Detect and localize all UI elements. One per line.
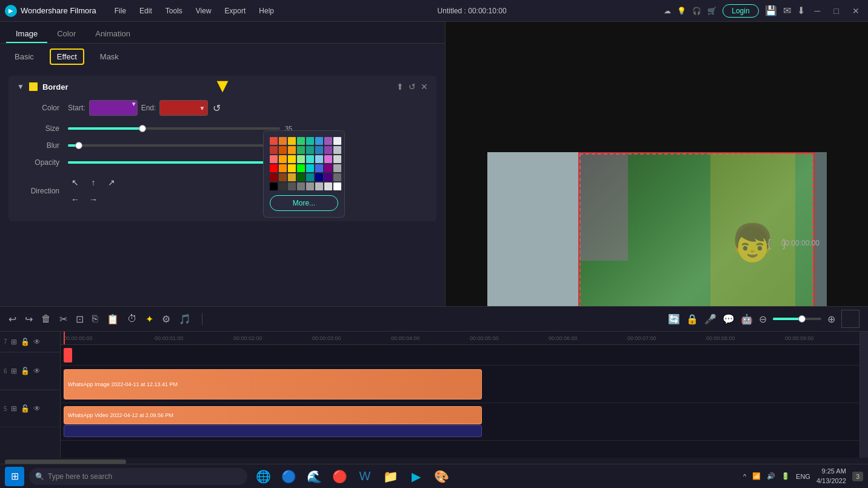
menu-edit[interactable]: Edit (133, 4, 158, 18)
color-cell[interactable] (333, 155, 341, 163)
undo-btn[interactable]: ↩ (8, 313, 16, 325)
opacity-slider[interactable] (68, 161, 280, 164)
color-cell[interactable] (297, 173, 305, 181)
color-cell[interactable] (315, 155, 323, 163)
close-ctrl[interactable]: ✕ (421, 82, 428, 92)
effects-btn[interactable]: ✦ (145, 313, 153, 325)
taskbar-msedge-icon[interactable]: 🌊 (303, 466, 325, 487)
menu-view[interactable]: View (190, 4, 218, 18)
color-cell[interactable] (315, 182, 323, 190)
color-cell[interactable] (315, 164, 323, 172)
zoom-out-btn[interactable]: ⊖ (759, 313, 767, 325)
track-7-lock-icon[interactable]: 🔓 (21, 338, 30, 346)
color-cell[interactable] (270, 173, 278, 181)
mic-btn[interactable]: 🎤 (704, 313, 716, 325)
headset-icon[interactable]: 🎧 (692, 7, 701, 15)
crop-btn[interactable]: ⊡ (76, 313, 84, 325)
taskbar-filmora-icon[interactable]: ▶ (405, 466, 427, 487)
loop-btn[interactable]: 🔄 (668, 313, 680, 325)
paste-btn[interactable]: 📋 (107, 313, 119, 325)
color-cell[interactable] (297, 182, 305, 190)
blur-slider[interactable] (68, 144, 280, 147)
full-view-btn[interactable] (841, 310, 860, 328)
subtab-mask[interactable]: Mask (94, 50, 125, 64)
color-cell[interactable] (333, 182, 341, 190)
menu-tools[interactable]: Tools (159, 4, 189, 18)
color-cell[interactable] (279, 137, 287, 145)
color-cell[interactable] (324, 146, 332, 154)
ai-btn[interactable]: 🤖 (741, 313, 753, 325)
color-cell[interactable] (279, 146, 287, 154)
maximize-button[interactable]: □ (830, 5, 843, 17)
dir-right-btn[interactable]: → (86, 192, 101, 207)
taskbar-app8-icon[interactable]: 🎨 (430, 466, 452, 487)
taskbar-chrome-icon[interactable]: 🔵 (278, 466, 299, 487)
collapse-icon[interactable]: ▼ (17, 82, 24, 91)
color-cell[interactable] (306, 173, 314, 181)
bulb-icon[interactable]: 💡 (677, 7, 686, 15)
track-6-visible-icon[interactable]: 👁 (33, 367, 41, 375)
timer-btn[interactable]: ⏱ (127, 313, 137, 324)
subtab-basic[interactable]: Basic (8, 50, 40, 64)
playhead-line[interactable] (64, 332, 65, 345)
size-slider[interactable] (68, 127, 280, 130)
tab-animation[interactable]: Animation (85, 25, 140, 43)
color-cell[interactable] (279, 164, 287, 172)
color-cell[interactable] (288, 137, 296, 145)
time-date-display[interactable]: 9:25 AM 4/13/2022 (816, 467, 846, 486)
color-cell[interactable] (270, 182, 278, 190)
taskbar-opera-icon[interactable]: 🔴 (329, 466, 350, 487)
refresh-ctrl[interactable]: ↺ (409, 82, 416, 92)
login-button[interactable]: Login (723, 4, 758, 18)
color-cell[interactable] (333, 146, 341, 154)
adjust-btn[interactable]: ⚙ (162, 313, 170, 325)
track-5-lock-icon[interactable]: 🔓 (21, 404, 30, 413)
track-6-lock-icon[interactable]: 🔓 (21, 367, 30, 375)
color-cell[interactable] (288, 182, 296, 190)
start-button[interactable]: ⊞ (5, 467, 24, 486)
track-5-bar-top[interactable]: WhatsApp Video 2022-04-12 at 2.09.56 PM (64, 406, 482, 424)
color-cell[interactable] (279, 173, 287, 181)
track-5-visible-icon[interactable]: 👁 (33, 404, 41, 413)
color-cell[interactable] (324, 164, 332, 172)
tab-image[interactable]: Image (6, 25, 47, 43)
taskbar-edge-icon[interactable]: 🌐 (252, 466, 274, 487)
tab-color[interactable]: Color (47, 25, 85, 43)
dir-topleft-btn[interactable]: ↖ (68, 175, 82, 190)
color-cell[interactable] (324, 155, 332, 163)
snap-btn[interactable]: 🔒 (686, 313, 698, 325)
track-6-bar[interactable]: WhatsApp Image 2022-04-11 at 12.13.41 PM (64, 369, 482, 399)
color-cell[interactable] (288, 146, 296, 154)
download-icon[interactable]: ⬇ (797, 5, 805, 16)
taskbar-folder-icon[interactable]: 📁 (379, 466, 401, 487)
color-start-swatch[interactable]: ▼ (89, 100, 138, 116)
close-button[interactable]: ✕ (849, 5, 863, 17)
dir-left-btn[interactable]: ← (68, 192, 82, 207)
color-cell[interactable] (333, 137, 341, 145)
save-icon[interactable]: 💾 (765, 5, 777, 16)
mail-icon[interactable]: ✉ (783, 5, 791, 16)
battery-icon[interactable]: 🔋 (781, 472, 790, 480)
color-cell[interactable] (306, 182, 314, 190)
volume-tray-icon[interactable]: 🔊 (767, 472, 775, 480)
color-end-swatch[interactable]: ▼ (159, 100, 208, 116)
menu-help[interactable]: Help (253, 4, 280, 18)
color-cell[interactable] (324, 137, 332, 145)
redo-btn[interactable]: ↪ (25, 313, 33, 325)
color-cell[interactable] (315, 146, 323, 154)
taskbar-word-icon[interactable]: W (354, 466, 376, 487)
more-colors-button[interactable]: More... (270, 195, 338, 211)
timeline-zoom-slider[interactable] (773, 318, 821, 320)
color-reset-btn[interactable]: ↺ (213, 102, 221, 114)
tray-chevron-icon[interactable]: ^ (743, 473, 746, 480)
color-cell[interactable] (306, 164, 314, 172)
color-cell[interactable] (297, 146, 305, 154)
color-cell[interactable] (333, 173, 341, 181)
search-bar[interactable]: 🔍 Type here to search (29, 468, 247, 485)
track-7-visible-icon[interactable]: 👁 (33, 338, 41, 346)
minimize-button[interactable]: ─ (811, 5, 824, 17)
up-arrow-ctrl[interactable]: ⬆ (396, 82, 404, 92)
bracket-left[interactable]: { (767, 236, 771, 249)
color-cell[interactable] (324, 173, 332, 181)
color-cell[interactable] (288, 173, 296, 181)
